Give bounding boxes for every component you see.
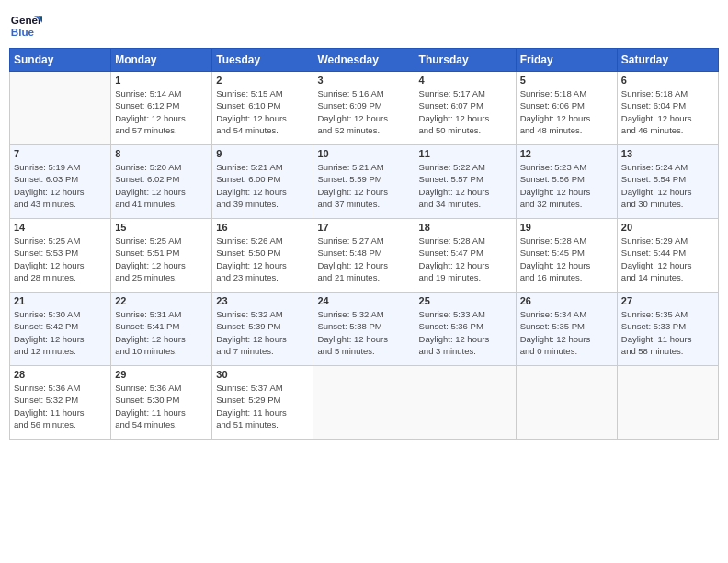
logo-icon: General Blue (9, 9, 42, 42)
weekday-header: Saturday (617, 49, 718, 72)
calendar-cell: 21Sunrise: 5:30 AM Sunset: 5:42 PM Dayli… (10, 293, 111, 366)
calendar-cell: 4Sunrise: 5:17 AM Sunset: 6:07 PM Daylig… (415, 72, 516, 145)
calendar-cell (617, 366, 718, 440)
day-number: 28 (14, 369, 107, 380)
day-number: 4 (419, 75, 512, 86)
day-detail: Sunrise: 5:19 AM Sunset: 6:03 PM Dayligh… (14, 161, 107, 210)
day-detail: Sunrise: 5:17 AM Sunset: 6:07 PM Dayligh… (419, 87, 512, 136)
weekday-header: Sunday (10, 49, 111, 72)
calendar-cell: 17Sunrise: 5:27 AM Sunset: 5:48 PM Dayli… (313, 219, 415, 293)
calendar-cell: 24Sunrise: 5:32 AM Sunset: 5:38 PM Dayli… (313, 293, 415, 366)
calendar-cell: 8Sunrise: 5:20 AM Sunset: 6:02 PM Daylig… (111, 145, 212, 219)
calendar-body: 1Sunrise: 5:14 AM Sunset: 6:12 PM Daylig… (10, 72, 719, 440)
calendar-header: SundayMondayTuesdayWednesdayThursdayFrid… (10, 49, 719, 72)
calendar-week-row: 28Sunrise: 5:36 AM Sunset: 5:32 PM Dayli… (10, 366, 719, 440)
day-number: 12 (520, 148, 613, 159)
day-detail: Sunrise: 5:33 AM Sunset: 5:36 PM Dayligh… (419, 308, 512, 357)
day-number: 29 (115, 369, 208, 380)
calendar-cell: 26Sunrise: 5:34 AM Sunset: 5:35 PM Dayli… (516, 293, 617, 366)
day-number: 20 (621, 222, 714, 233)
day-detail: Sunrise: 5:32 AM Sunset: 5:38 PM Dayligh… (317, 308, 410, 357)
day-detail: Sunrise: 5:22 AM Sunset: 5:57 PM Dayligh… (419, 161, 512, 210)
day-detail: Sunrise: 5:21 AM Sunset: 6:00 PM Dayligh… (216, 161, 309, 210)
calendar-cell: 30Sunrise: 5:37 AM Sunset: 5:29 PM Dayli… (212, 366, 313, 440)
calendar-week-row: 1Sunrise: 5:14 AM Sunset: 6:12 PM Daylig… (10, 72, 719, 145)
day-number: 5 (520, 75, 613, 86)
day-number: 16 (216, 222, 309, 233)
calendar-cell: 28Sunrise: 5:36 AM Sunset: 5:32 PM Dayli… (10, 366, 111, 440)
day-number: 6 (621, 75, 714, 86)
calendar-table: SundayMondayTuesdayWednesdayThursdayFrid… (9, 48, 719, 440)
day-number: 1 (115, 75, 208, 86)
weekday-header: Tuesday (212, 49, 313, 72)
day-detail: Sunrise: 5:28 AM Sunset: 5:47 PM Dayligh… (419, 235, 512, 283)
day-number: 15 (115, 222, 208, 233)
day-detail: Sunrise: 5:14 AM Sunset: 6:12 PM Dayligh… (115, 87, 208, 136)
calendar-cell: 10Sunrise: 5:21 AM Sunset: 5:59 PM Dayli… (313, 145, 415, 219)
calendar-week-row: 14Sunrise: 5:25 AM Sunset: 5:53 PM Dayli… (10, 219, 719, 293)
day-detail: Sunrise: 5:15 AM Sunset: 6:10 PM Dayligh… (216, 87, 309, 136)
day-detail: Sunrise: 5:20 AM Sunset: 6:02 PM Dayligh… (115, 161, 208, 210)
calendar-cell: 18Sunrise: 5:28 AM Sunset: 5:47 PM Dayli… (415, 219, 516, 293)
day-number: 2 (216, 75, 309, 86)
calendar-cell: 6Sunrise: 5:18 AM Sunset: 6:04 PM Daylig… (617, 72, 718, 145)
day-number: 22 (115, 295, 208, 306)
day-detail: Sunrise: 5:25 AM Sunset: 5:51 PM Dayligh… (115, 235, 208, 283)
calendar-cell: 11Sunrise: 5:22 AM Sunset: 5:57 PM Dayli… (415, 145, 516, 219)
calendar-cell: 2Sunrise: 5:15 AM Sunset: 6:10 PM Daylig… (212, 72, 313, 145)
day-detail: Sunrise: 5:37 AM Sunset: 5:29 PM Dayligh… (216, 382, 309, 431)
calendar-cell (415, 366, 516, 440)
day-detail: Sunrise: 5:35 AM Sunset: 5:33 PM Dayligh… (621, 308, 714, 357)
calendar-cell (10, 72, 111, 145)
day-detail: Sunrise: 5:36 AM Sunset: 5:32 PM Dayligh… (14, 382, 107, 431)
calendar-cell: 3Sunrise: 5:16 AM Sunset: 6:09 PM Daylig… (313, 72, 415, 145)
calendar-cell: 13Sunrise: 5:24 AM Sunset: 5:54 PM Dayli… (617, 145, 718, 219)
day-detail: Sunrise: 5:36 AM Sunset: 5:30 PM Dayligh… (115, 382, 208, 431)
day-detail: Sunrise: 5:31 AM Sunset: 5:41 PM Dayligh… (115, 308, 208, 357)
day-number: 9 (216, 148, 309, 159)
logo: General Blue (9, 9, 42, 42)
svg-text:General: General (11, 14, 42, 26)
day-number: 23 (216, 295, 309, 306)
calendar-cell: 25Sunrise: 5:33 AM Sunset: 5:36 PM Dayli… (415, 293, 516, 366)
day-detail: Sunrise: 5:24 AM Sunset: 5:54 PM Dayligh… (621, 161, 714, 210)
day-detail: Sunrise: 5:32 AM Sunset: 5:39 PM Dayligh… (216, 308, 309, 357)
day-number: 10 (317, 148, 410, 159)
calendar-cell (516, 366, 617, 440)
day-number: 19 (520, 222, 613, 233)
calendar-cell: 19Sunrise: 5:28 AM Sunset: 5:45 PM Dayli… (516, 219, 617, 293)
day-number: 21 (14, 295, 107, 306)
calendar-cell: 15Sunrise: 5:25 AM Sunset: 5:51 PM Dayli… (111, 219, 212, 293)
day-number: 7 (14, 148, 107, 159)
day-number: 8 (115, 148, 208, 159)
day-number: 3 (317, 75, 410, 86)
calendar-cell: 12Sunrise: 5:23 AM Sunset: 5:56 PM Dayli… (516, 145, 617, 219)
calendar-cell: 23Sunrise: 5:32 AM Sunset: 5:39 PM Dayli… (212, 293, 313, 366)
weekday-header: Friday (516, 49, 617, 72)
svg-text:Blue: Blue (11, 26, 35, 38)
day-detail: Sunrise: 5:16 AM Sunset: 6:09 PM Dayligh… (317, 87, 410, 136)
day-number: 27 (621, 295, 714, 306)
day-number: 14 (14, 222, 107, 233)
day-detail: Sunrise: 5:18 AM Sunset: 6:04 PM Dayligh… (621, 87, 714, 136)
calendar-week-row: 7Sunrise: 5:19 AM Sunset: 6:03 PM Daylig… (10, 145, 719, 219)
calendar-cell: 16Sunrise: 5:26 AM Sunset: 5:50 PM Dayli… (212, 219, 313, 293)
day-detail: Sunrise: 5:27 AM Sunset: 5:48 PM Dayligh… (317, 235, 410, 283)
day-detail: Sunrise: 5:25 AM Sunset: 5:53 PM Dayligh… (14, 235, 107, 283)
day-detail: Sunrise: 5:29 AM Sunset: 5:44 PM Dayligh… (621, 235, 714, 283)
weekday-header: Wednesday (313, 49, 415, 72)
calendar-cell: 9Sunrise: 5:21 AM Sunset: 6:00 PM Daylig… (212, 145, 313, 219)
calendar-cell: 14Sunrise: 5:25 AM Sunset: 5:53 PM Dayli… (10, 219, 111, 293)
calendar-cell: 27Sunrise: 5:35 AM Sunset: 5:33 PM Dayli… (617, 293, 718, 366)
page-header: General Blue (9, 9, 719, 42)
weekday-header: Monday (111, 49, 212, 72)
day-detail: Sunrise: 5:30 AM Sunset: 5:42 PM Dayligh… (14, 308, 107, 357)
calendar-cell: 20Sunrise: 5:29 AM Sunset: 5:44 PM Dayli… (617, 219, 718, 293)
day-number: 17 (317, 222, 410, 233)
calendar-cell: 22Sunrise: 5:31 AM Sunset: 5:41 PM Dayli… (111, 293, 212, 366)
calendar-cell: 5Sunrise: 5:18 AM Sunset: 6:06 PM Daylig… (516, 72, 617, 145)
day-number: 26 (520, 295, 613, 306)
calendar-cell (313, 366, 415, 440)
day-number: 18 (419, 222, 512, 233)
calendar-week-row: 21Sunrise: 5:30 AM Sunset: 5:42 PM Dayli… (10, 293, 719, 366)
